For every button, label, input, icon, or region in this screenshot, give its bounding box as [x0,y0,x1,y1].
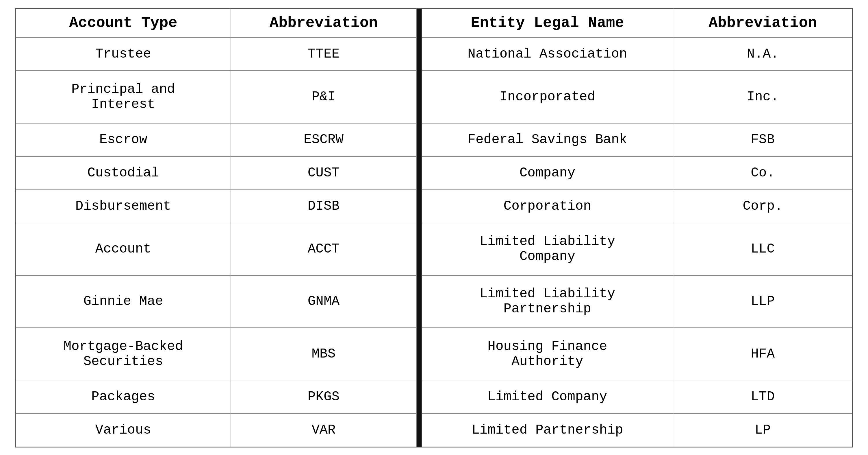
abbreviation-right-cell: Inc. [673,70,852,123]
abbreviation-left-cell: VAR [231,414,416,447]
abbreviation-left-cell: P&I [231,70,416,123]
divider-cell [416,190,422,223]
account-type-cell: Ginnie Mae [16,275,231,328]
header-account-type: Account Type [16,8,231,37]
account-type-cell: Packages [16,380,231,414]
divider-cell [416,70,422,123]
main-container: Account Type Abbreviation Entity Legal N… [0,0,868,455]
account-type-cell: Escrow [16,123,231,157]
divider-cell [416,380,422,414]
abbreviation-right-cell: FSB [673,123,852,157]
account-type-cell: Mortgage-BackedSecurities [16,328,231,380]
divider-cell [416,328,422,380]
divider-cell [416,275,422,328]
account-type-cell: Various [16,414,231,447]
abbreviation-left-cell: PKGS [231,380,416,414]
abbreviation-right-cell: HFA [673,328,852,380]
entity-name-cell: Limited Company [422,380,673,414]
account-type-cell: Custodial [16,157,231,190]
entity-name-cell: Company [422,157,673,190]
abbreviation-left-cell: TTEE [231,37,416,71]
abbreviation-right-cell: Co. [673,157,852,190]
entity-name-cell: National Association [422,37,673,71]
header-entity-legal-name: Entity Legal Name [422,8,673,37]
header-abbreviation-right: Abbreviation [673,8,852,37]
abbreviation-right-cell: LLP [673,275,852,328]
entity-name-cell: Limited LiabilityCompany [422,223,673,275]
abbreviation-left-cell: ACCT [231,223,416,275]
divider-cell [416,414,422,447]
entity-name-cell: Housing FinanceAuthority [422,328,673,380]
abbreviation-right-cell: N.A. [673,37,852,71]
reference-table: Account Type Abbreviation Entity Legal N… [15,8,853,448]
abbreviation-left-cell: DISB [231,190,416,223]
abbreviation-left-cell: ESCRW [231,123,416,157]
abbreviation-right-cell: LP [673,414,852,447]
account-type-cell: Principal andInterest [16,70,231,123]
abbreviation-right-cell: Corp. [673,190,852,223]
abbreviation-left-cell: GNMA [231,275,416,328]
account-type-cell: Trustee [16,37,231,71]
header-abbreviation-left: Abbreviation [231,8,416,37]
entity-name-cell: Limited LiabilityPartnership [422,275,673,328]
entity-name-cell: Incorporated [422,70,673,123]
entity-name-cell: Corporation [422,190,673,223]
divider-cell [416,37,422,71]
entity-name-cell: Federal Savings Bank [422,123,673,157]
divider-cell [416,123,422,157]
account-type-cell: Disbursement [16,190,231,223]
account-type-cell: Account [16,223,231,275]
abbreviation-left-cell: CUST [231,157,416,190]
abbreviation-left-cell: MBS [231,328,416,380]
abbreviation-right-cell: LTD [673,380,852,414]
entity-name-cell: Limited Partnership [422,414,673,447]
divider-cell [416,223,422,275]
divider-header [416,8,422,37]
abbreviation-right-cell: LLC [673,223,852,275]
divider-cell [416,157,422,190]
